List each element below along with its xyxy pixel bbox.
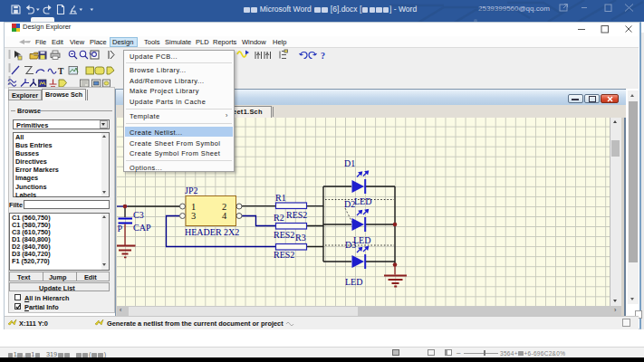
svg-text:RES2: RES2 [286, 210, 307, 220]
svg-text:C3: C3 [133, 210, 144, 220]
svg-text:D3: D3 [345, 240, 356, 250]
svg-text:R3: R3 [295, 233, 306, 243]
svg-text:RES2: RES2 [274, 250, 294, 260]
svg-text:4: 4 [222, 211, 227, 221]
svg-text:2: 2 [222, 202, 226, 212]
svg-text:R1: R1 [275, 193, 286, 203]
svg-text:JP2: JP2 [185, 186, 197, 195]
svg-text:?: ? [321, 51, 325, 61]
svg-text:1: 1 [191, 202, 196, 212]
svg-text:T: T [58, 67, 64, 76]
svg-text:LED: LED [354, 196, 371, 206]
svg-text:CAP: CAP [133, 223, 151, 233]
svg-text:HEADER 2X2: HEADER 2X2 [185, 227, 239, 237]
svg-text:D1: D1 [344, 158, 355, 168]
svg-text:LED: LED [345, 277, 362, 287]
svg-text:R2: R2 [274, 213, 284, 223]
svg-text:3: 3 [191, 211, 196, 221]
svg-text:RES2: RES2 [274, 230, 294, 240]
svg-text:D2: D2 [344, 199, 355, 209]
svg-text:P: P [118, 224, 123, 233]
